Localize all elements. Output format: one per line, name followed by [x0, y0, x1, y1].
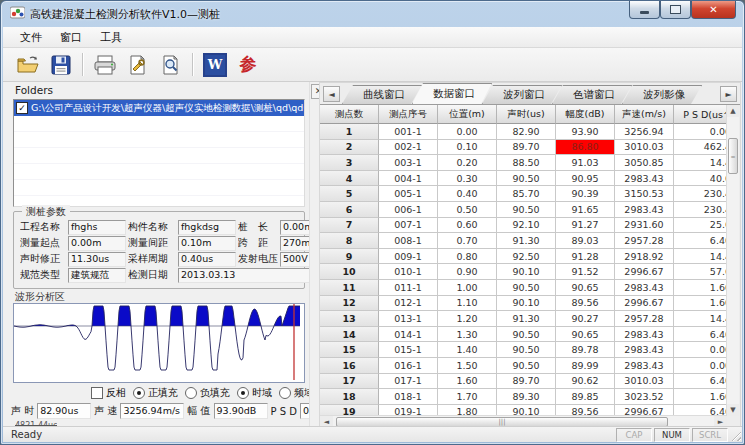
table-cell[interactable]: 008-1	[379, 233, 438, 249]
tab-0[interactable]: 曲线窗口	[342, 85, 422, 104]
table-row[interactable]: 6006-10.5090.5091.652983.43230.4	[320, 202, 726, 218]
readout-field[interactable]: 3256.94m/s	[120, 403, 184, 419]
table-header-cell[interactable]: 声速(m/s)	[615, 105, 674, 124]
table-cell[interactable]: 006-1	[379, 202, 438, 218]
table-cell[interactable]: 92.10	[497, 218, 556, 234]
table-cell[interactable]: 0.00	[674, 358, 726, 374]
table-cell[interactable]: 89.30	[497, 389, 556, 405]
param-field[interactable]: 建筑规范	[68, 268, 126, 283]
folder-item[interactable]: ✓ G:\公司产品设计开发\超声仪器\超声仪实地检测数据\测桩\qd\qd03\…	[14, 100, 304, 116]
row-header-cell[interactable]: 12	[320, 296, 379, 312]
row-header-cell[interactable]: 1	[320, 124, 379, 140]
waveform-plot[interactable]	[13, 303, 305, 383]
table-cell[interactable]: 3256.94	[615, 124, 674, 140]
menu-item-0[interactable]: 文件	[11, 28, 51, 47]
row-header-cell[interactable]: 10	[320, 264, 379, 280]
table-cell[interactable]: 40.0	[674, 171, 726, 187]
table-cell[interactable]: 91.30	[497, 311, 556, 327]
table-cell[interactable]: 90.50	[497, 280, 556, 296]
menu-item-2[interactable]: 工具	[91, 28, 131, 47]
table-cell[interactable]: 018-1	[379, 389, 438, 405]
table-cell[interactable]: 82.90	[497, 124, 556, 140]
checkbox-checked-icon[interactable]: ✓	[16, 102, 28, 114]
table-cell[interactable]: 2983.43	[615, 280, 674, 296]
row-header-cell[interactable]: 13	[320, 311, 379, 327]
table-cell[interactable]: 1.40	[438, 342, 497, 358]
table-cell[interactable]: 88.50	[497, 155, 556, 171]
table-cell[interactable]: 90.50	[497, 327, 556, 343]
maximize-button[interactable]	[660, 1, 691, 19]
table-cell[interactable]: 0.60	[438, 218, 497, 234]
table-cell[interactable]: 1.60	[674, 296, 726, 312]
table-cell[interactable]: 90.65	[556, 280, 615, 296]
table-cell[interactable]: 016-1	[379, 358, 438, 374]
positive-fill-radio[interactable]: 正填充	[133, 386, 178, 400]
table-cell[interactable]: 007-1	[379, 218, 438, 234]
save-button[interactable]	[46, 51, 76, 79]
print-setup-button[interactable]	[123, 51, 153, 79]
table-cell[interactable]: 14.4	[674, 155, 726, 171]
row-header-cell[interactable]: 2	[320, 140, 379, 156]
table-cell[interactable]: 89.56	[556, 296, 615, 312]
highlighted-cell[interactable]: 86.80	[556, 140, 615, 156]
table-row[interactable]: 13013-11.2091.3090.272957.2814.4	[320, 311, 726, 327]
table-row[interactable]: 8008-10.7091.3089.032957.286.40	[320, 233, 726, 249]
table-cell[interactable]: 0.30	[438, 171, 497, 187]
table-cell[interactable]: 90.50	[497, 342, 556, 358]
table-cell[interactable]: 462.4	[674, 140, 726, 156]
table-cell[interactable]: 2918.92	[615, 249, 674, 265]
close-button[interactable]: ✕	[691, 1, 736, 19]
table-row[interactable]: 11011-11.0090.5090.652983.431.60	[320, 280, 726, 296]
table-row[interactable]: 10010-10.9090.1091.522996.6757.6	[320, 264, 726, 280]
invert-checkbox[interactable]: 反相	[91, 386, 126, 400]
table-cell[interactable]: 0.90	[438, 264, 497, 280]
table-cell[interactable]: 90.65	[556, 327, 615, 343]
param-field[interactable]: fhgkdsg	[178, 220, 236, 235]
table-cell[interactable]: 90.27	[556, 311, 615, 327]
table-header-cell[interactable]: 声时(us)	[497, 105, 556, 124]
table-cell[interactable]: 2957.28	[615, 233, 674, 249]
tab-1[interactable]: 数据窗口	[412, 83, 492, 104]
table-cell[interactable]: 009-1	[379, 249, 438, 265]
row-header-cell[interactable]: 9	[320, 249, 379, 265]
negative-fill-radio[interactable]: 负填充	[185, 386, 230, 400]
table-cell[interactable]: 014-1	[379, 327, 438, 343]
row-header-cell[interactable]: 6	[320, 202, 379, 218]
table-row[interactable]: 12012-11.1090.1089.562996.671.60	[320, 296, 726, 312]
table-cell[interactable]: 14.4	[674, 311, 726, 327]
table-cell[interactable]: 1.60	[674, 389, 726, 405]
table-header-cell[interactable]: 幅度(dB)	[556, 105, 615, 124]
table-cell[interactable]: 3150.53	[615, 186, 674, 202]
resize-grip-icon[interactable]	[729, 429, 741, 441]
table-cell[interactable]: 1.70	[438, 389, 497, 405]
table-cell[interactable]: 011-1	[379, 280, 438, 296]
table-row[interactable]: 7007-10.6092.1091.272931.6025.6	[320, 218, 726, 234]
table-cell[interactable]: 6.40	[674, 374, 726, 390]
table-header-cell[interactable]: 测点数	[320, 105, 379, 124]
table-cell[interactable]: 91.27	[556, 218, 615, 234]
row-header-cell[interactable]: 7	[320, 218, 379, 234]
table-cell[interactable]: 2996.67	[615, 296, 674, 312]
table-cell[interactable]: 89.70	[497, 374, 556, 390]
table-cell[interactable]: 90.10	[497, 296, 556, 312]
table-cell[interactable]: 1.00	[438, 280, 497, 296]
table-row[interactable]: 18018-11.7089.3089.853023.521.60	[320, 389, 726, 405]
table-cell[interactable]: 90.50	[497, 202, 556, 218]
table-row[interactable]: 17017-11.6089.7090.623010.036.40	[320, 374, 726, 390]
row-header-cell[interactable]: 18	[320, 389, 379, 405]
table-cell[interactable]: 1.60	[438, 374, 497, 390]
tab-3[interactable]: 色谱窗口	[552, 85, 632, 104]
scroll-down-icon[interactable]: ▼	[727, 404, 739, 416]
table-cell[interactable]: 003-1	[379, 155, 438, 171]
readout-field[interactable]: 93.90dB	[214, 403, 268, 419]
table-cell[interactable]: 2983.43	[615, 342, 674, 358]
row-header-cell[interactable]: 16	[320, 358, 379, 374]
readout-field[interactable]: 82.90us	[37, 403, 91, 419]
table-cell[interactable]: 010-1	[379, 264, 438, 280]
table-cell[interactable]: 89.99	[556, 358, 615, 374]
table-cell[interactable]: 2983.43	[615, 202, 674, 218]
table-header-cell[interactable]: 测点序号	[379, 105, 438, 124]
row-header-cell[interactable]: 15	[320, 342, 379, 358]
table-cell[interactable]: 0.10	[438, 140, 497, 156]
table-cell[interactable]: 0.50	[438, 202, 497, 218]
